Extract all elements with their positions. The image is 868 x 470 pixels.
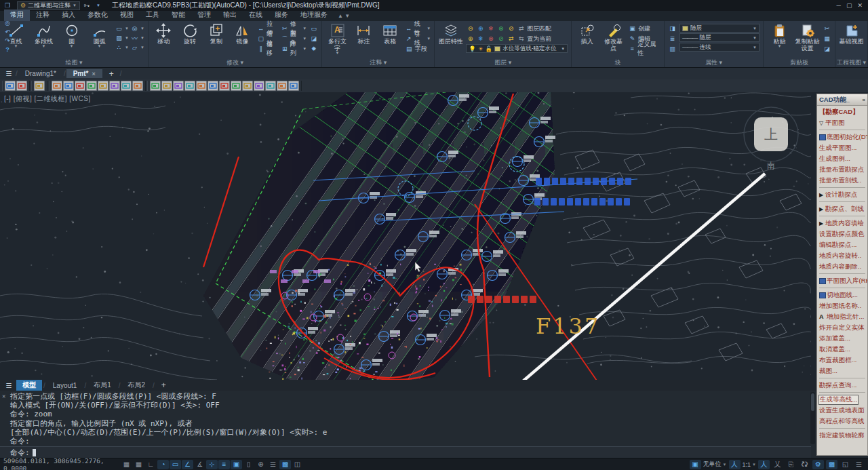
ribbon-tab-插入[interactable]: 插入: [56, 9, 81, 21]
lock-icon[interactable]: 🗝: [82, 1, 92, 10]
toolbar-icon-map-1[interactable]: [52, 81, 62, 91]
button-基础视图[interactable]: 基础视图: [839, 22, 864, 45]
close-button[interactable]: ✕: [857, 2, 863, 9]
button-copy2[interactable]: ▦: [823, 34, 831, 43]
toolbar-icon-map-6[interactable]: [109, 81, 120, 91]
toolbar-icon-srv-12[interactable]: [277, 81, 288, 91]
palette-item-增加图纸名称..[interactable]: 增加图纸名称..: [817, 300, 867, 311]
palette-item-炸开自定义实体[interactable]: 炸开自定义实体: [817, 322, 867, 333]
layer-tool-icon[interactable]: ⊕: [476, 25, 485, 32]
status-toggle-object-snap[interactable]: ⊹: [206, 460, 218, 469]
hamburger-menu-icon[interactable]: ☰: [3, 70, 15, 77]
panel-label[interactable]: 工程视图 ▾: [835, 59, 867, 67]
button-多段线[interactable]: 多段线▼: [31, 22, 56, 48]
button-定义属性[interactable]: ≡定义属性: [628, 44, 660, 54]
button-阵列[interactable]: ⊞阵列▼: [281, 44, 307, 54]
property-dropdown-lweight[interactable]: ———随层▼: [679, 33, 760, 42]
customization-menu-icon[interactable]: ☰: [853, 460, 865, 469]
annotation-visibility-icon[interactable]: 人: [758, 460, 770, 469]
button-圆[interactable]: 圆▼: [59, 22, 84, 48]
ribbon-tab-管理[interactable]: 管理: [191, 9, 217, 21]
panel-label[interactable]: 图层 ▾: [435, 59, 571, 67]
layer-dropdown[interactable]: 💡☀🔓水位等值线-稳定水位▼: [466, 44, 568, 53]
button-直线[interactable]: 直线▼: [3, 22, 28, 48]
minimize-button[interactable]: ─: [837, 2, 841, 9]
button-镜像[interactable]: 镜像: [231, 22, 254, 45]
button-圆弧[interactable]: 圆弧▼: [87, 22, 112, 48]
layout-tab-布局1[interactable]: 布局1: [87, 380, 117, 391]
button-explode[interactable]: ✸: [309, 44, 318, 54]
new-tab-button[interactable]: +: [104, 69, 119, 79]
palette-item-切地面线...[interactable]: 切地面线...: [817, 290, 867, 300]
toolbar-icon-map-4[interactable]: [86, 81, 97, 91]
button-复制[interactable]: 复制: [204, 22, 228, 45]
palette-item-增加指北针...[interactable]: A增加指北针...: [817, 311, 867, 322]
button-图层匹配[interactable]: 图层匹配: [527, 24, 551, 33]
palette-item-平面图入库(RK)[interactable]: 平面图入库(RK): [817, 275, 867, 286]
property-icon[interactable]: ▥: [668, 44, 677, 54]
layer-tool-icon[interactable]: ⊕: [466, 35, 475, 42]
button-偏移[interactable]: ∥偏移: [257, 44, 278, 54]
viewport-controls[interactable]: [-] [俯视] [二维线框] [WCS]: [4, 94, 91, 104]
palette-item-平面图[interactable]: ▽平面图: [817, 117, 867, 128]
button-图层特性[interactable]: 图层特性: [438, 22, 463, 45]
button-多行文字[interactable]: A多行文字▼: [326, 22, 349, 55]
toolbar-icon-help[interactable]: [16, 81, 27, 91]
palette-item-批量布置剖线..[interactable]: 批量布置剖线..: [817, 175, 867, 186]
ribbon-tab-视图[interactable]: 视图: [114, 9, 140, 21]
button-旋转[interactable]: 旋转: [178, 22, 202, 45]
layout-menu-icon[interactable]: ☰: [3, 382, 15, 389]
ribbon-tab-输出[interactable]: 输出: [217, 9, 243, 21]
palette-item-【勘察CAD】[interactable]: 【勘察CAD】: [817, 106, 867, 117]
doc-tab-Pmt*[interactable]: Pmt*×: [66, 69, 102, 78]
annotation-monitor-icon[interactable]: 🗘: [799, 460, 810, 469]
workspace-switch-icon[interactable]: ⎘: [785, 460, 797, 469]
panel-label[interactable]: 属性 ▾: [665, 59, 763, 67]
palette-item-生成图例...[interactable]: 生成图例...: [817, 153, 867, 164]
toolbar-icon-srv-9[interactable]: [242, 81, 253, 91]
toolbar-icon-srv-6[interactable]: [208, 81, 218, 91]
doc-tab-Drawing1*[interactable]: Drawing1*: [18, 69, 63, 78]
palette-item-裁图...[interactable]: 裁图...: [817, 366, 867, 376]
panel-label[interactable]: 注释 ▾: [322, 59, 434, 67]
palette-item-生成平面图...[interactable]: 生成平面图...: [817, 142, 867, 153]
status-toggle-isolate-objects[interactable]: ◫: [292, 460, 303, 469]
button-表格[interactable]: 表格: [378, 22, 402, 45]
ribbon-collapse-icon[interactable]: ▲ ▼: [338, 13, 350, 19]
status-toggle-lineweight[interactable]: ≡: [218, 460, 230, 469]
palette-item-批量布置勘探点[interactable]: 批量布置勘探点: [817, 164, 867, 175]
button-创建[interactable]: ▣创建: [628, 24, 660, 33]
ribbon-tab-工具[interactable]: 工具: [140, 9, 165, 21]
layer-tool-icon[interactable]: ⊘: [507, 25, 515, 32]
layout-tab-Layout1[interactable]: Layout1: [47, 381, 83, 390]
command-scrollbar[interactable]: [810, 392, 815, 444]
button-粘贴[interactable]: 粘贴▼: [767, 22, 792, 48]
ribbon-tab-在线[interactable]: 在线: [243, 9, 269, 21]
paste-doc-icon[interactable]: ❐: [3, 1, 12, 10]
palette-item-指定建筑物轮廓[interactable]: 指定建筑物轮廓: [817, 430, 867, 441]
status-toggle-transparency[interactable]: ▣: [231, 460, 242, 469]
toolbar-icon-srv-11[interactable]: [265, 81, 276, 91]
status-toggle-polar-tracking[interactable]: ◔: [157, 460, 169, 469]
toolbar-icon-srv-13[interactable]: [288, 81, 299, 91]
auto-scale-icon[interactable]: 乂: [772, 460, 783, 469]
toolbar-icon-srv-4[interactable]: [184, 81, 195, 91]
toolbar-icon-srv-1[interactable]: [150, 81, 161, 91]
layer-tool-icon[interactable]: ⊘: [496, 35, 505, 42]
units-label[interactable]: 无单位▼: [703, 460, 727, 469]
property-icon[interactable]: ≣: [668, 34, 677, 43]
button-region[interactable]: ▱▼: [130, 43, 144, 52]
palette-item-底图初始化(DT)[interactable]: 底图初始化(DT): [817, 132, 867, 142]
status-toggle-annotation-draft[interactable]: ∡: [194, 460, 205, 469]
layout-tab-布局2[interactable]: 布局2: [122, 380, 152, 391]
button-rect[interactable]: ▭▼: [115, 24, 129, 33]
layer-tool-icon[interactable]: ⇄: [517, 25, 526, 32]
palette-item-勘探点、剖线[interactable]: ▶勘探点、剖线: [817, 203, 867, 214]
toolbar-icon-srv-7[interactable]: [219, 81, 230, 91]
button-brush[interactable]: ◪: [823, 44, 831, 54]
button-hatch[interactable]: ▨▼: [115, 33, 129, 43]
button-cloud[interactable]: 〰▼: [130, 33, 144, 43]
toolbar-icon-srv-5[interactable]: [196, 81, 207, 91]
button-erase2[interactable]: ◪: [309, 34, 318, 43]
layer-tool-icon[interactable]: ❄: [476, 35, 485, 42]
